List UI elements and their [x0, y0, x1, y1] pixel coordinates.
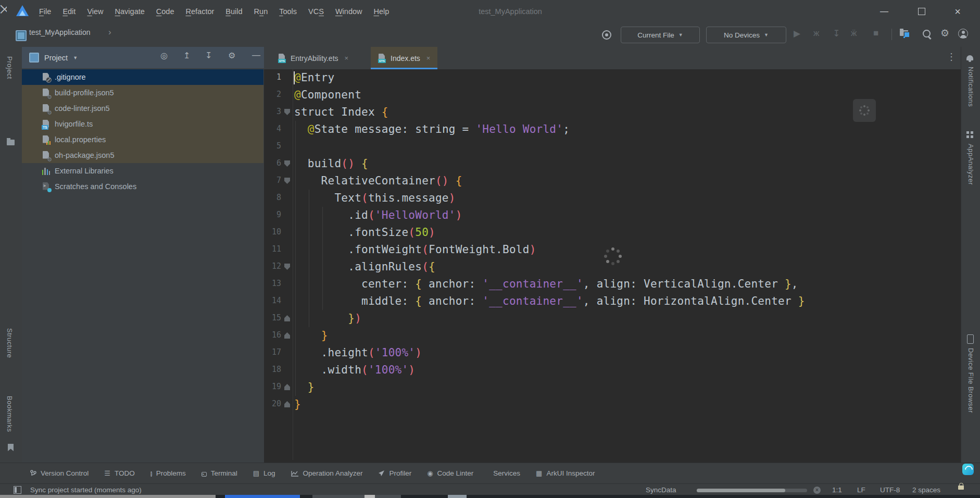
toolwindow-label: Terminal: [211, 469, 237, 477]
text-caret: [294, 71, 295, 84]
line-number: 19: [263, 382, 281, 391]
tree-item--gitignore[interactable]: .gitignore: [22, 69, 263, 85]
sidebar-item-project[interactable]: Project: [6, 56, 14, 79]
tree-item-local-properties[interactable]: local.properties: [22, 132, 263, 147]
menu-refactor[interactable]: Refactor: [180, 7, 220, 16]
loading-spinner: [602, 245, 624, 267]
expand-all-icon[interactable]: ↥: [183, 51, 190, 60]
arkui-icon: ▦: [536, 469, 542, 477]
profiler-icon: [378, 470, 385, 477]
tab-entryability.ets[interactable]: ETSEntryAbility.ets×: [271, 47, 356, 69]
debug-button-icon[interactable]: ж: [813, 28, 819, 39]
menu-vcs[interactable]: VCS: [303, 7, 330, 16]
line-number: 6: [263, 158, 281, 168]
toolwindow-terminal[interactable]: >_Terminal: [202, 469, 237, 477]
device-target-icon[interactable]: [602, 30, 611, 40]
caret-position[interactable]: 1:1: [832, 486, 842, 494]
tree-item-hvigorfile-ts[interactable]: TShvigorfile.ts: [22, 116, 263, 132]
toolwindow-log[interactable]: ▤Log: [253, 469, 275, 477]
toolwindow-label: Code Linter: [437, 469, 474, 477]
tree-item-scratches-and-consoles[interactable]: >Scratches and Consoles: [22, 179, 263, 194]
run-configuration-label: Current File: [637, 31, 674, 39]
notifications-bell-icon[interactable]: [966, 55, 973, 60]
line-number: 15: [263, 313, 281, 322]
device-dropdown[interactable]: No Devices ▼: [706, 27, 786, 43]
sidebar-item-bookmarks[interactable]: Bookmarks: [6, 396, 14, 432]
account-icon[interactable]: [958, 29, 968, 39]
run-configuration-dropdown[interactable]: Current File ▼: [621, 27, 700, 43]
toolwindow-profiler[interactable]: Profiler: [378, 469, 411, 477]
minimize-button[interactable]: —: [871, 0, 898, 23]
locate-icon[interactable]: ◎: [160, 51, 168, 60]
line-number: 13: [263, 279, 281, 288]
tree-item-build-profile-json5[interactable]: ⚙build-profile.json5: [22, 85, 263, 101]
menu-window[interactable]: Window: [330, 7, 368, 16]
device-label: No Devices: [724, 31, 760, 39]
line-number: 17: [263, 347, 281, 357]
sidebar-item-device-file-browser[interactable]: Device File Browser: [967, 348, 975, 413]
ts-file-icon: TS: [42, 120, 51, 129]
taskbar-highlight: [225, 495, 300, 498]
close-tab-icon[interactable]: ×: [345, 54, 349, 62]
sidebar-item-appanalyzer[interactable]: AppAnalyzer: [967, 144, 975, 185]
breadcrumb[interactable]: test_MyApplication: [29, 28, 91, 36]
menu-run[interactable]: Run: [248, 7, 274, 16]
settings-icon[interactable]: ⚙: [228, 51, 235, 60]
code-line: .alignRules({: [294, 258, 435, 276]
attach-debugger-button-icon[interactable]: ↧: [833, 28, 840, 39]
search-everywhere-icon[interactable]: [923, 30, 931, 38]
toolwindow-version-control[interactable]: Version Control: [30, 469, 89, 477]
menu-code[interactable]: Code: [150, 7, 180, 16]
toolwindow-services[interactable]: Services: [489, 469, 520, 477]
gitignore-file-icon: [42, 73, 51, 82]
line-number: 14: [263, 296, 281, 305]
toolwindow-todo[interactable]: ☰TODO: [104, 469, 134, 477]
tab-label: EntryAbility.ets: [291, 54, 338, 63]
tab-overflow-icon[interactable]: ⋮: [947, 51, 956, 63]
ai-assistant-icon[interactable]: [962, 464, 974, 475]
tab-index.ets[interactable]: ETSIndex.ets×: [371, 47, 437, 69]
toolwindow-operation-analyzer[interactable]: Operation Analyzer: [291, 469, 363, 477]
line-ending[interactable]: LF: [857, 486, 865, 494]
toolwindow-code-linter[interactable]: ◉Code Linter: [427, 469, 473, 477]
toolwindow-label: Version Control: [41, 469, 89, 477]
sidebar-item-structure[interactable]: Structure: [6, 328, 14, 358]
indent-setting[interactable]: 2 spaces: [912, 486, 940, 494]
debug-restart-button-icon[interactable]: ӝ: [851, 28, 857, 39]
close-tab-icon[interactable]: ×: [426, 54, 431, 62]
indent-guide: [295, 121, 296, 396]
menu-view[interactable]: View: [81, 7, 109, 16]
toolwindow-problems[interactable]: !Problems: [150, 469, 186, 478]
menu-navigate[interactable]: Navigate: [109, 7, 150, 16]
settings-gear-icon[interactable]: ⚙: [940, 27, 949, 39]
device-icon: [967, 334, 974, 344]
stop-button-icon[interactable]: ■: [873, 28, 878, 39]
menu-file[interactable]: File: [33, 7, 57, 16]
tree-item-code-linter-json5[interactable]: ⚙code-linter.json5: [22, 101, 263, 116]
hide-icon[interactable]: —: [252, 51, 260, 60]
lock-icon[interactable]: [958, 485, 964, 490]
collapse-all-icon[interactable]: ↧: [205, 51, 212, 60]
device-file-browser-icon[interactable]: [900, 30, 908, 36]
maximize-button[interactable]: [908, 0, 935, 23]
code-line: middle: { anchor: '__container__', align…: [294, 293, 805, 310]
tree-item-oh-package-json5[interactable]: ⚙oh-package.json5: [22, 147, 263, 163]
chart-icon: [291, 470, 299, 477]
chevron-down-icon: ▼: [764, 32, 769, 38]
menu-edit[interactable]: Edit: [57, 7, 81, 16]
file-encoding[interactable]: UTF-8: [880, 486, 900, 494]
toolwindow-arkui-inspector[interactable]: ▦ArkUI Inspector: [536, 469, 595, 477]
menu-tools[interactable]: Tools: [273, 7, 303, 16]
menu-help[interactable]: Help: [368, 7, 395, 16]
close-button[interactable]: ×: [944, 0, 971, 23]
cancel-sync-icon[interactable]: ×: [813, 487, 821, 494]
tool-window-switcher-icon[interactable]: [14, 486, 21, 494]
code-line: .height('100%'): [294, 344, 422, 362]
tree-item-external-libraries[interactable]: External Libraries: [22, 163, 263, 179]
menu-build[interactable]: Build: [220, 7, 248, 16]
todo-icon: ☰: [104, 469, 110, 477]
line-number: 8: [263, 193, 281, 202]
sidebar-item-notifications[interactable]: Notifications: [967, 67, 975, 107]
run-button-icon[interactable]: ▶: [794, 28, 800, 39]
line-number: 20: [263, 399, 281, 408]
